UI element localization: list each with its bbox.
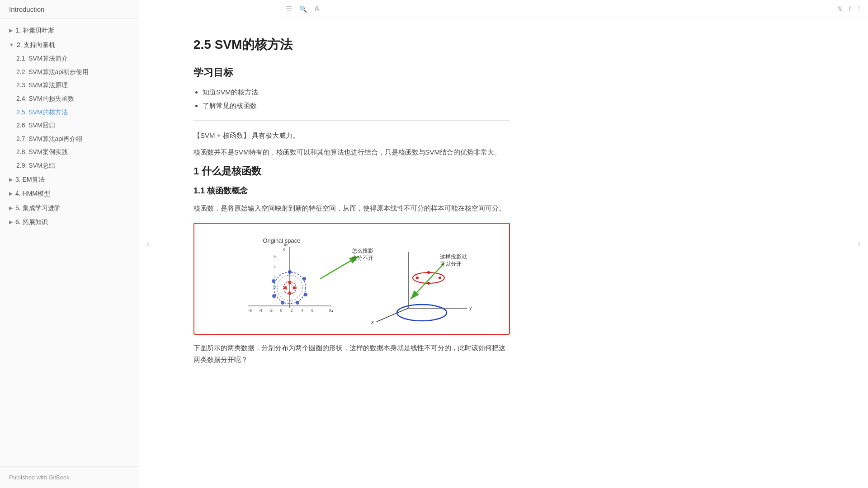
divider — [193, 120, 510, 121]
sidebar-item-6[interactable]: ▶ 6. 拓展知识 — [0, 215, 139, 230]
svg-text:怎么投影: 怎么投影 — [351, 248, 373, 254]
toolbar-left: ☰ 🔍 A — [286, 5, 320, 13]
sidebar-item-2-9[interactable]: 2.9. SVM总结 — [0, 159, 139, 173]
svg-text:4: 4 — [301, 308, 303, 313]
share-icon[interactable]: ⤴ — [857, 5, 861, 13]
svg-text:x₁: x₁ — [329, 308, 333, 313]
arrow-icon-5: ▶ — [9, 205, 13, 211]
subsection1-title: 1.1 核函数概念 — [193, 185, 510, 196]
svg-text:4: 4 — [274, 264, 276, 269]
svg-point-47 — [439, 277, 441, 279]
svg-text:-6: -6 — [248, 308, 252, 313]
nav-arrow-right[interactable]: › — [850, 230, 868, 258]
intro-text2: 核函数并不是SVM特有的，核函数可以和其他算法也进行结合，只是核函数与SVM结合… — [193, 146, 510, 158]
svg-text:可以分开: 可以分开 — [440, 261, 462, 267]
svg-point-23 — [304, 293, 307, 296]
font-icon[interactable]: A — [314, 5, 320, 13]
facebook-icon[interactable]: f — [849, 5, 851, 13]
svg-text:6: 6 — [274, 254, 276, 258]
footer-text1: 下图所示的两类数据，分别分布为两个圆圈的形状，这样的数据本身就是线性不可分的，此… — [193, 342, 510, 365]
svg-text:这样投影就: 这样投影就 — [440, 253, 467, 260]
svg-point-26 — [272, 294, 276, 298]
learn-goal-item-1: 知道SVM的核方法 — [203, 87, 510, 98]
sidebar-item-3[interactable]: ▶ 3. EM算法 — [0, 173, 139, 187]
svg-point-48 — [427, 282, 430, 285]
learn-goal-list: 知道SVM的核方法 了解常见的核函数 — [203, 87, 510, 111]
svg-text:2: 2 — [290, 308, 292, 313]
svg-point-22 — [302, 277, 306, 281]
sidebar-item-5[interactable]: ▶ 5. 集成学习进阶 — [0, 201, 139, 216]
sidebar-item-2-2[interactable]: 2.2. SVM算法api初步使用 — [0, 66, 139, 79]
kernel-diagram-box: Original space x₁ x₂ -6 -4 -2 0 2 4 6 — [193, 223, 510, 335]
sidebar-item-2-3[interactable]: 2.3. SVM算法原理 — [0, 79, 139, 92]
svg-text:2: 2 — [274, 275, 276, 279]
top-toolbar: ☰ 🔍 A 𝕏 f ⤴ — [278, 0, 868, 18]
sidebar-item-2[interactable]: ▼ 2. 支持向量机 — [0, 38, 139, 52]
search-icon[interactable]: 🔍 — [299, 5, 307, 13]
nav-arrow-left[interactable]: ‹ — [139, 230, 157, 258]
sidebar-item-2-4[interactable]: 2.4. SVM的损失函数 — [0, 92, 139, 106]
arrow-icon-3: ▶ — [9, 176, 13, 183]
learn-goal-title: 学习目标 — [193, 66, 510, 80]
sidebar-item-2-5[interactable]: 2.5. SVM的核方法 — [0, 106, 139, 119]
sidebar-item-4[interactable]: ▶ 4. HMM模型 — [0, 187, 139, 201]
svg-point-44 — [397, 305, 447, 321]
sidebar-footer: Published with GitBook — [0, 466, 139, 488]
svg-point-24 — [296, 301, 299, 305]
svg-text:6: 6 — [311, 308, 313, 313]
sidebar-nav: ▶ 1. 补素贝叶斯 ▼ 2. 支持向量机 2.1. SVM算法简介 2.2. … — [0, 19, 139, 466]
sidebar-item-2-8[interactable]: 2.8. SVM案例实践 — [0, 145, 139, 159]
svg-text:Original space: Original space — [263, 237, 300, 244]
svg-text:x₂: x₂ — [284, 242, 288, 247]
sidebar-item-1[interactable]: ▶ 1. 补素贝叶斯 — [0, 23, 139, 38]
svg-line-41 — [377, 308, 408, 322]
svg-point-25 — [281, 301, 284, 305]
sidebar-item-2-1[interactable]: 2.1. SVM算法简介 — [0, 52, 139, 66]
arrow-icon-1: ▶ — [9, 27, 13, 34]
svg-text:-4: -4 — [259, 308, 262, 313]
svg-point-27 — [272, 279, 275, 283]
arrow-icon-6: ▶ — [9, 219, 13, 225]
main-content: 2.5 SVM的核方法 学习目标 知道SVM的核方法 了解常见的核函数 【SVM… — [139, 18, 546, 488]
page-title: 2.5 SVM的核方法 — [193, 36, 510, 53]
svg-text:0: 0 — [280, 308, 282, 313]
sidebar-item-2-7[interactable]: 2.7. SVM算法api再介绍 — [0, 132, 139, 146]
section1-title: 1 什么是核函数 — [193, 164, 510, 178]
subsection1-text: 核函数，是将原始输入空间映射到新的特征空间，从而，使得原本线性不可分的样本可能在… — [193, 202, 510, 214]
arrow-icon-2: ▼ — [9, 42, 14, 48]
kernel-diagram: Original space x₁ x₂ -6 -4 -2 0 2 4 6 — [232, 229, 472, 328]
svg-text:-2: -2 — [269, 308, 273, 313]
intro-text1: 【SVM + 核函数】 具有极大威力。 — [193, 131, 510, 140]
sidebar-item-2-6[interactable]: 2.6. SVM回归 — [0, 119, 139, 132]
arrow-icon-4: ▶ — [9, 190, 13, 197]
svg-text:6: 6 — [283, 247, 285, 252]
twitter-icon[interactable]: 𝕏 — [837, 5, 842, 13]
sidebar: Introduction ▶ 1. 补素贝叶斯 ▼ 2. 支持向量机 2.1. … — [0, 0, 139, 488]
svg-text:x: x — [371, 319, 374, 325]
svg-point-46 — [427, 271, 430, 274]
sidebar-header: Introduction — [0, 0, 139, 19]
svg-text:也分不开: 也分不开 — [352, 255, 373, 261]
svg-point-21 — [288, 270, 292, 274]
menu-icon[interactable]: ☰ — [286, 5, 292, 13]
main-wrapper: ☰ 🔍 A 𝕏 f ⤴ ‹ › 2.5 SVM的核方法 学习目标 知道SVM的核… — [139, 0, 868, 488]
learn-goal-item-2: 了解常见的核函数 — [203, 100, 510, 111]
svg-text:y: y — [469, 305, 472, 310]
toolbar-right: 𝕏 f ⤴ — [837, 5, 861, 13]
svg-point-49 — [416, 277, 419, 279]
